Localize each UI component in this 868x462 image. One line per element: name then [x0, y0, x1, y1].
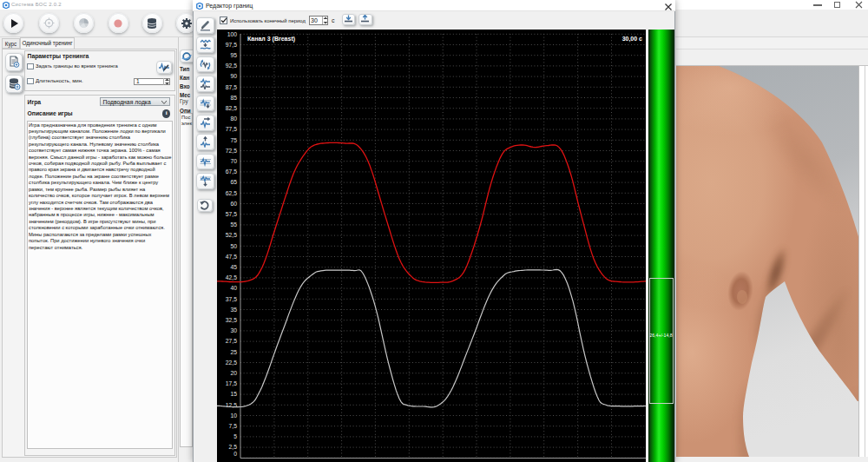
- svg-text:67,5: 67,5: [226, 168, 237, 175]
- svg-text:22,5: 22,5: [226, 359, 237, 365]
- svg-text:90: 90: [230, 73, 237, 79]
- svg-text:7,5: 7,5: [229, 422, 238, 428]
- svg-text:10: 10: [230, 412, 237, 418]
- svg-text:50: 50: [230, 242, 237, 248]
- svg-text:30: 30: [230, 327, 237, 333]
- svg-text:70: 70: [230, 157, 237, 163]
- svg-text:2,5: 2,5: [229, 444, 238, 450]
- svg-text:72,5: 72,5: [226, 147, 237, 153]
- svg-text:20: 20: [230, 369, 237, 375]
- svg-text:15: 15: [230, 391, 237, 397]
- svg-text:17,5: 17,5: [226, 380, 237, 386]
- svg-text:42,5: 42,5: [226, 274, 237, 280]
- svg-text:60: 60: [230, 200, 237, 206]
- svg-text:25: 25: [230, 348, 237, 354]
- svg-text:32,5: 32,5: [226, 316, 237, 322]
- svg-text:65: 65: [230, 179, 237, 185]
- svg-text:87,5: 87,5: [226, 83, 237, 89]
- svg-text:57,5: 57,5: [226, 210, 237, 216]
- svg-text:Канал 3 (Breast): Канал 3 (Breast): [247, 36, 295, 43]
- svg-text:62,5: 62,5: [226, 189, 237, 195]
- svg-text:35: 35: [230, 306, 237, 312]
- svg-text:97,5: 97,5: [226, 41, 237, 47]
- svg-text:77,5: 77,5: [226, 126, 237, 132]
- svg-text:52,5: 52,5: [226, 232, 237, 238]
- svg-text:0: 0: [233, 451, 237, 457]
- svg-text:27,5: 27,5: [226, 338, 237, 344]
- svg-text:47,5: 47,5: [226, 253, 237, 259]
- svg-text:82,5: 82,5: [226, 104, 237, 110]
- svg-text:45: 45: [230, 263, 237, 269]
- svg-text:55: 55: [230, 221, 237, 228]
- svg-text:75: 75: [230, 136, 237, 142]
- svg-text:80: 80: [230, 116, 237, 122]
- svg-text:92,5: 92,5: [226, 63, 237, 69]
- svg-text:40: 40: [230, 285, 237, 291]
- svg-text:100: 100: [227, 30, 238, 36]
- svg-text:95: 95: [230, 51, 237, 57]
- svg-text:30,00 с: 30,00 с: [622, 36, 642, 43]
- svg-text:85: 85: [230, 94, 237, 100]
- svg-text:5: 5: [233, 433, 237, 439]
- svg-text:37,5: 37,5: [226, 295, 237, 301]
